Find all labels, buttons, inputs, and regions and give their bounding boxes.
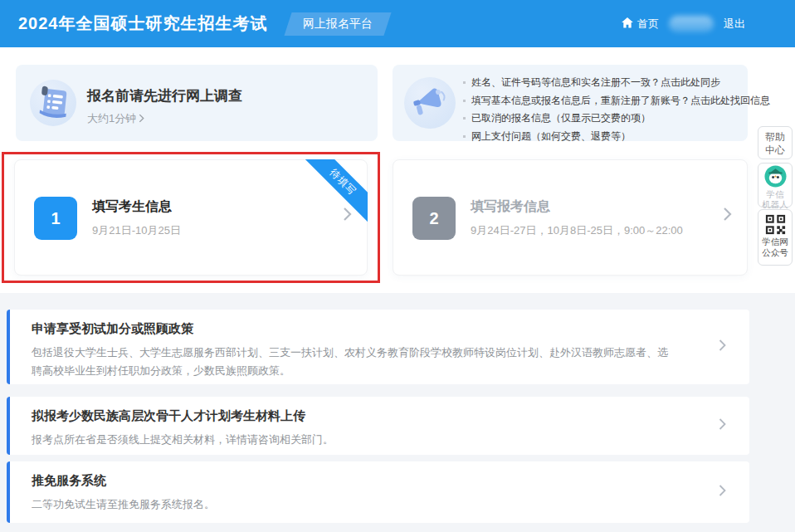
policy1-desc: 包括退役大学生士兵、大学生志愿服务西部计划、三支一扶计划、农村义务教育阶段学校教… (10, 337, 749, 380)
status-ribbon-to-fill: 待填写 (303, 159, 368, 224)
chevron-right-icon (719, 485, 726, 500)
step2-number: 2 (412, 197, 456, 240)
step1-title: 填写考生信息 (92, 198, 172, 216)
notice-list: 姓名、证件号码等信息和实名注册不一致？点击此处同步 填写基本信息或报名信息后，重… (462, 74, 770, 145)
notice-item-recover[interactable]: 填写基本信息或报名信息后，重新注册了新账号？点击此处找回信息 (462, 92, 770, 110)
notice-card: 姓名、证件号码等信息和实名注册不一致？点击此处同步 填写基本信息或报名信息后，重… (393, 65, 748, 141)
platform-badge-label: 网上报名平台 (303, 17, 373, 32)
qr-code-widget[interactable]: 学信网 公众号 (758, 209, 793, 266)
home-icon (622, 17, 633, 31)
home-link[interactable]: 首页 (622, 17, 659, 32)
home-label: 首页 (637, 17, 659, 32)
page: 2024年全国硕士研究生招生考试 网上报名平台 首页 退出 (0, 0, 795, 532)
policy-card-minority-upload[interactable]: 拟报考少数民族高层次骨干人才计划考生材料上传 报考点所在省是否须线上提交相关材料… (7, 397, 749, 455)
robot-label-line2: 机器人 (758, 199, 792, 209)
policy2-title: 拟报考少数民族高层次骨干人才计划考生材料上传 (10, 397, 749, 424)
robot-label-line1: 学信 (758, 189, 792, 199)
xuexin-robot-widget[interactable]: 学信 机器人 (758, 163, 793, 207)
survey-card[interactable]: 报名前请先进行网上调查 大约1分钟 (16, 65, 378, 141)
policy2-desc: 报考点所在省是否须线上提交相关材料，详情请咨询相关部门。 (10, 424, 749, 449)
qr-label-line1: 学信网 (758, 237, 792, 247)
qr-label-line2: 公众号 (758, 247, 792, 258)
policy3-title: 推免服务系统 (10, 461, 749, 489)
survey-duration: 大约1分钟 (87, 111, 136, 126)
chevron-right-icon (719, 418, 726, 434)
step2-title: 填写报考信息 (471, 198, 550, 216)
step2-date: 9月24日-27日，10月8日-25日，9:00～22:00 (471, 223, 683, 238)
logout-label: 退出 (724, 17, 745, 32)
survey-duration-link[interactable]: 大约1分钟 (87, 111, 144, 126)
chevron-right-icon (723, 207, 732, 225)
survey-title: 报名前请先进行网上调查 (87, 86, 242, 105)
policy3-desc: 二等功免试生请至推免服务系统报名。 (10, 489, 749, 514)
platform-badge: 网上报名平台 (284, 12, 391, 36)
ribbon-wrap: 待填写 (303, 159, 368, 224)
chevron-right-icon (139, 113, 144, 125)
policy1-title: 申请享受初试加分或照顾政策 (10, 310, 749, 337)
policy-card-exempt-service[interactable]: 推免服务系统 二等功免试生请至推免服务系统报名。 (7, 461, 749, 523)
robot-avatar-icon (758, 165, 792, 188)
step1-date: 9月21日-10月25日 (92, 223, 181, 238)
chevron-right-icon (719, 339, 726, 355)
step1-card-fill-candidate-info[interactable]: 1 填写考生信息 9月21日-10月25日 待填写 (14, 159, 368, 276)
username-redacted[interactable] (669, 16, 714, 32)
notice-item-payment[interactable]: 网上支付问题（如何交费、退费等） (462, 128, 770, 146)
qr-code-icon (758, 214, 792, 235)
policy-card-bonus-points[interactable]: 申请享受初试加分或照顾政策 包括退役大学生士兵、大学生志愿服务西部计划、三支一扶… (7, 310, 749, 384)
help-label-line2: 中心 (758, 144, 792, 157)
step2-card-fill-application-info[interactable]: 2 填写报考信息 9月24日-27日，10月8日-25日，9:00～22:00 (393, 159, 748, 276)
notice-item-sync[interactable]: 姓名、证件号码等信息和实名注册不一致？点击此处同步 (462, 74, 770, 92)
help-center-widget[interactable]: 帮助 中心 (758, 126, 793, 159)
header: 2024年全国硕士研究生招生考试 网上报名平台 首页 退出 (0, 0, 795, 47)
notice-item-cancelled[interactable]: 已取消的报名信息（仅显示已交费的项） (462, 110, 770, 128)
scroll-icon (30, 80, 76, 126)
chevron-right-icon (343, 207, 352, 225)
step1-number: 1 (34, 197, 77, 240)
megaphone-icon (404, 77, 456, 129)
header-nav: 首页 退出 (622, 16, 745, 32)
logout-link[interactable]: 退出 (724, 17, 745, 32)
page-title: 2024年全国硕士研究生招生考试 (18, 12, 268, 35)
help-label-line1: 帮助 (758, 130, 792, 144)
